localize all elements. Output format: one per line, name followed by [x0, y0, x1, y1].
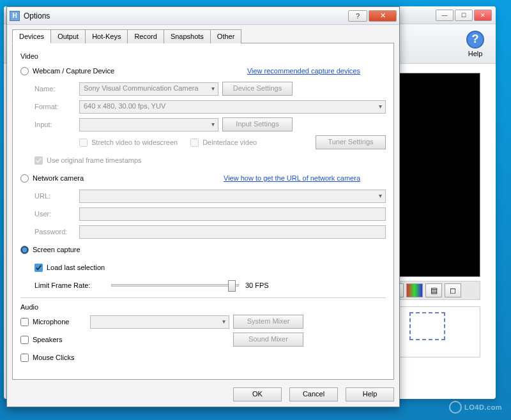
- timestamps-label: Use original frame timestamps: [47, 156, 142, 164]
- dialog-titlebar: H Options ? ✕: [7, 7, 399, 25]
- microphone-checkbox[interactable]: [20, 318, 29, 326]
- globe-icon: [449, 401, 462, 414]
- selection-button[interactable]: ◻: [445, 283, 461, 297]
- film-button[interactable]: ▤: [425, 283, 442, 297]
- load-last-checkbox[interactable]: [34, 264, 43, 272]
- options-dialog: H Options ? ✕ Devices Output Hot-Keys Re…: [6, 6, 400, 407]
- close-button[interactable]: ✕: [474, 10, 492, 21]
- ok-button[interactable]: OK: [233, 387, 282, 401]
- slider-thumb-icon: [228, 280, 236, 292]
- help-label: Help: [466, 50, 484, 57]
- device-settings-button[interactable]: Device Settings: [222, 82, 293, 96]
- format-label: Format:: [34, 103, 79, 110]
- audio-group-label: Audio: [20, 303, 386, 311]
- dialog-help-button[interactable]: ?: [348, 10, 367, 22]
- deinterlace-label: Deinterlace video: [202, 139, 257, 146]
- limit-frame-label: Limit Frame Rate:: [34, 281, 105, 289]
- deinterlace-checkbox[interactable]: [190, 139, 199, 147]
- dialog-title: Options: [24, 11, 348, 20]
- recommended-devices-link[interactable]: View recommended capture devices: [247, 67, 360, 75]
- user-label: User:: [34, 210, 79, 218]
- tuner-settings-button[interactable]: Tuner Settings: [316, 135, 386, 149]
- fps-value: 30 FPS: [245, 281, 269, 289]
- network-url-help-link[interactable]: View how to get the URL of network camer…: [224, 174, 360, 182]
- section-divider: [20, 297, 386, 298]
- input-label: Input:: [34, 121, 79, 128]
- mouse-clicks-label: Mouse Clicks: [33, 354, 74, 361]
- help-toolbar-button[interactable]: ? Help: [466, 31, 484, 57]
- fps-slider[interactable]: [111, 284, 239, 287]
- camera-name-select[interactable]: Sony Visual Communication Camera: [79, 82, 218, 96]
- tab-record[interactable]: Record: [127, 29, 164, 43]
- selection-frame-icon: [409, 312, 445, 340]
- microphone-select[interactable]: [90, 315, 229, 329]
- screen-radio-label: Screen capture: [33, 246, 80, 253]
- dialog-close-button[interactable]: ✕: [369, 10, 397, 22]
- webcam-radio[interactable]: [20, 67, 29, 75]
- password-field[interactable]: [79, 225, 386, 239]
- watermark-text: LO4D.com: [464, 403, 502, 411]
- speakers-label: Speakers: [33, 336, 90, 343]
- sound-mixer-button[interactable]: Sound Mixer: [233, 333, 303, 347]
- maximize-button[interactable]: ☐: [455, 10, 473, 21]
- tab-other[interactable]: Other: [210, 29, 242, 43]
- video-group-label: Video: [20, 52, 386, 60]
- tab-snapshots[interactable]: Snapshots: [164, 29, 211, 43]
- stretch-checkbox[interactable]: [79, 139, 88, 147]
- user-field[interactable]: [79, 207, 386, 221]
- name-label: Name:: [34, 85, 79, 93]
- dialog-body: Devices Output Hot-Keys Record Snapshots…: [7, 25, 399, 382]
- url-label: URL:: [34, 192, 79, 200]
- tab-content-devices: Video Webcam / Capture Device View recom…: [12, 43, 394, 380]
- input-select[interactable]: [79, 118, 218, 131]
- url-select[interactable]: [79, 190, 386, 203]
- tab-devices[interactable]: Devices: [12, 29, 51, 43]
- dialog-footer-help-button[interactable]: Help: [346, 387, 394, 401]
- app-icon: H: [10, 11, 20, 21]
- tab-bar: Devices Output Hot-Keys Record Snapshots…: [12, 29, 394, 43]
- webcam-radio-label: Webcam / Capture Device: [33, 67, 114, 75]
- network-radio-label: Network camera: [33, 174, 84, 182]
- load-last-label: Load last selection: [47, 264, 105, 271]
- password-label: Password:: [34, 228, 79, 236]
- speakers-checkbox[interactable]: [20, 336, 29, 344]
- minimize-button[interactable]: —: [436, 10, 454, 21]
- dialog-footer: OK Cancel Help: [7, 382, 399, 407]
- screen-capture-radio[interactable]: [20, 246, 29, 254]
- microphone-label: Microphone: [33, 318, 90, 326]
- timestamps-checkbox[interactable]: [34, 156, 43, 165]
- format-select[interactable]: 640 x 480, 30.00 fps, YUV: [79, 100, 386, 114]
- stretch-label: Stretch video to widescreen: [91, 139, 178, 146]
- tab-hotkeys[interactable]: Hot-Keys: [85, 29, 128, 43]
- cancel-button[interactable]: Cancel: [289, 387, 338, 401]
- input-settings-button[interactable]: Input Settings: [222, 117, 293, 131]
- watermark: LO4D.com: [449, 401, 502, 414]
- color-bars-button[interactable]: [406, 283, 423, 297]
- network-camera-radio[interactable]: [20, 174, 29, 183]
- mouse-clicks-checkbox[interactable]: [20, 354, 29, 362]
- help-icon: ?: [466, 31, 484, 49]
- system-mixer-button[interactable]: System Mixer: [233, 315, 303, 329]
- tab-output[interactable]: Output: [50, 29, 86, 43]
